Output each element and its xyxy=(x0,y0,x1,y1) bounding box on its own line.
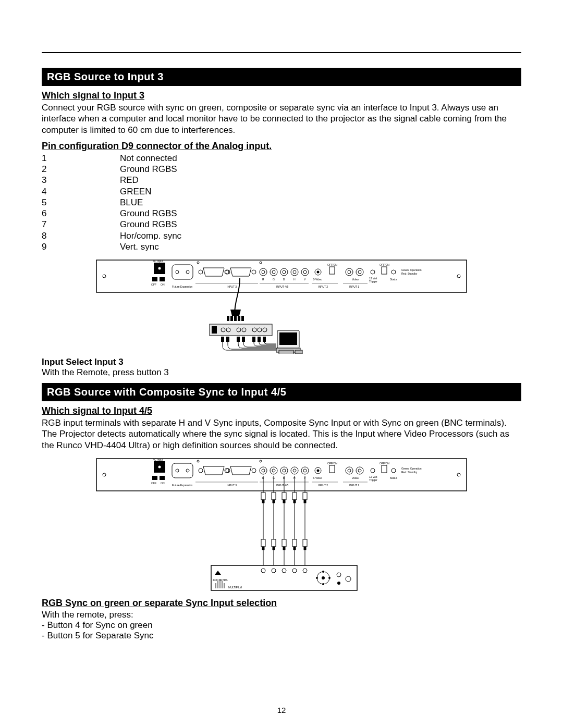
svg-point-26 xyxy=(280,268,288,276)
pin-table: 1Not connected 2Ground RGBS 3RED 4GREEN … xyxy=(42,153,521,252)
svg-text:INPUT 4/5: INPUT 4/5 xyxy=(276,484,288,487)
svg-rect-81 xyxy=(258,337,261,342)
svg-point-201 xyxy=(322,583,324,585)
svg-text:H: H xyxy=(293,278,296,281)
svg-point-128 xyxy=(317,469,320,472)
svg-text:ON: ON xyxy=(161,283,165,286)
svg-rect-130 xyxy=(329,465,335,473)
svg-point-106 xyxy=(226,468,230,473)
pin-desc: Ground RGBS xyxy=(120,219,177,230)
svg-point-104 xyxy=(199,468,203,473)
pin-num: 2 xyxy=(42,164,120,175)
svg-text:Red: Standby: Red: Standby xyxy=(401,471,418,474)
svg-point-99 xyxy=(176,469,179,472)
svg-text:OFF/ON: OFF/ON xyxy=(380,462,389,465)
svg-text:INPUT 4/5: INPUT 4/5 xyxy=(276,285,288,288)
svg-point-23 xyxy=(262,270,265,274)
svg-point-1 xyxy=(103,275,106,278)
svg-rect-95 xyxy=(160,476,165,480)
section1-title-bar: RGB Source to Input 3 xyxy=(42,68,521,86)
pin-num: 1 xyxy=(42,153,120,164)
svg-rect-78 xyxy=(237,337,240,342)
svg-rect-68 xyxy=(212,326,217,334)
diagram-rear-panel-input45: AC Input OFF ON Future Expansion INPUT 3… xyxy=(42,456,521,593)
svg-rect-64 xyxy=(234,316,237,321)
svg-text:INPUT 1: INPUT 1 xyxy=(349,484,359,487)
svg-point-199 xyxy=(322,576,325,579)
svg-rect-87 xyxy=(295,350,302,354)
svg-text:Green: Operation: Green: Operation xyxy=(401,467,422,470)
svg-text:INPUT 3: INPUT 3 xyxy=(227,285,237,288)
svg-point-53 xyxy=(371,270,375,274)
svg-rect-176 xyxy=(293,547,296,550)
svg-rect-6 xyxy=(152,277,157,281)
svg-point-89 xyxy=(103,473,106,476)
pin-num: 7 xyxy=(42,219,120,230)
s1-heading-pinconfig: Pin configuration D9 connector of the An… xyxy=(42,141,521,152)
svg-rect-161 xyxy=(272,539,276,547)
svg-point-2 xyxy=(457,275,460,278)
svg-point-58 xyxy=(391,270,396,274)
pin-desc: BLUE xyxy=(120,197,143,208)
svg-rect-42 xyxy=(329,267,335,274)
svg-point-12 xyxy=(186,270,189,274)
svg-rect-77 xyxy=(226,337,229,342)
svg-text:INPUT 3: INPUT 3 xyxy=(227,484,237,487)
s2-heading-which-signal: Which signal to Input 4/5 xyxy=(42,405,521,416)
svg-point-203 xyxy=(328,577,331,579)
top-rule xyxy=(42,52,521,53)
svg-point-16 xyxy=(199,270,203,274)
svg-point-202 xyxy=(316,577,318,579)
svg-text:4404 ULTRA: 4404 ULTRA xyxy=(213,578,228,582)
svg-point-22 xyxy=(260,268,267,276)
svg-text:B: B xyxy=(283,278,285,281)
svg-rect-86 xyxy=(279,350,293,354)
s2-heading-sync-selection: RGB Sync on green or separate Sync Input… xyxy=(42,598,521,609)
svg-text:INPUT 1: INPUT 1 xyxy=(349,285,359,288)
svg-point-115 xyxy=(283,469,286,472)
s1-heading-which-signal: Which signal to Input 3 xyxy=(42,90,521,101)
svg-point-14 xyxy=(197,262,199,264)
svg-rect-63 xyxy=(230,316,233,321)
svg-rect-80 xyxy=(252,337,255,342)
svg-point-205 xyxy=(337,582,340,585)
page-number: 12 xyxy=(0,706,563,714)
svg-rect-66 xyxy=(241,316,244,321)
svg-text:V: V xyxy=(304,278,306,281)
svg-point-110 xyxy=(260,467,267,474)
svg-point-112 xyxy=(270,467,277,474)
svg-point-31 xyxy=(303,270,307,274)
svg-rect-94 xyxy=(152,476,157,480)
svg-rect-179 xyxy=(304,500,306,503)
svg-point-113 xyxy=(272,469,275,472)
s1-intro-paragraph: Connect your RGB source with sync on gre… xyxy=(42,102,521,135)
svg-point-136 xyxy=(356,467,363,474)
svg-rect-172 xyxy=(293,500,296,503)
s1-subheading-input-select: Input Select Input 3 xyxy=(42,357,521,367)
svg-rect-82 xyxy=(263,337,266,342)
svg-text:MULTIFILM: MULTIFILM xyxy=(228,586,242,589)
svg-point-30 xyxy=(301,268,309,276)
svg-point-137 xyxy=(358,469,361,472)
pin-num: 6 xyxy=(42,208,120,219)
svg-text:Status: Status xyxy=(390,278,398,281)
diagram-rear-panel-input3: AC Input OFF ON Future Expansion INPUT 3… xyxy=(42,257,521,354)
svg-text:Future Expansion: Future Expansion xyxy=(172,484,192,487)
svg-point-47 xyxy=(348,270,351,274)
svg-rect-164 xyxy=(282,492,286,500)
svg-text:OFF: OFF xyxy=(151,482,156,485)
svg-point-103 xyxy=(260,460,262,462)
svg-point-116 xyxy=(291,467,298,474)
pin-num: 3 xyxy=(42,175,120,186)
svg-text:OFF: OFF xyxy=(151,283,156,286)
svg-text:R: R xyxy=(262,278,264,281)
svg-text:Green: Operation: Green: Operation xyxy=(401,268,422,272)
svg-point-48 xyxy=(356,268,363,276)
svg-rect-178 xyxy=(303,492,307,500)
pin-num: 4 xyxy=(42,186,120,197)
svg-rect-182 xyxy=(303,539,307,547)
svg-text:INPUT 2: INPUT 2 xyxy=(318,285,328,288)
svg-point-49 xyxy=(358,270,361,274)
svg-rect-56 xyxy=(382,267,387,274)
svg-point-119 xyxy=(303,469,307,472)
